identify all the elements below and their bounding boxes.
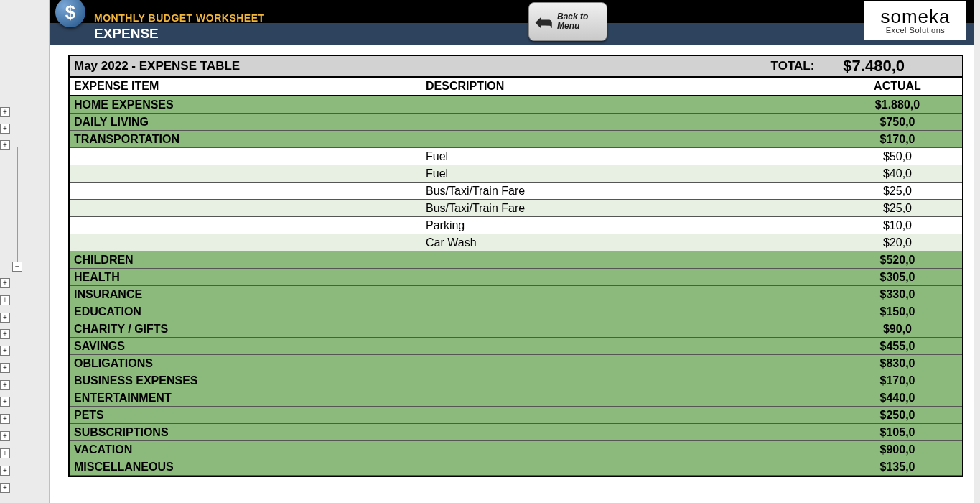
- table-title: May 2022 - EXPENSE TABLE: [70, 59, 771, 73]
- header-item: EXPENSE ITEM: [70, 80, 426, 93]
- cell-actual: $900,0: [833, 443, 962, 456]
- outline-expand-button[interactable]: +: [0, 278, 10, 288]
- cell-actual: $170,0: [833, 133, 962, 146]
- outline-expand-button[interactable]: +: [0, 313, 10, 323]
- category-row[interactable]: BUSINESS EXPENSES$170,0: [70, 372, 962, 389]
- outline-gutter: +++−+++++++++++++: [0, 0, 24, 503]
- outline-expand-button[interactable]: +: [0, 466, 10, 476]
- outline-expand-button[interactable]: +: [0, 448, 10, 458]
- cell-actual: $455,0: [833, 340, 962, 353]
- category-row[interactable]: CHILDREN$520,0: [70, 251, 962, 269]
- cell-actual: $90,0: [833, 323, 962, 336]
- logo-subtext: Excel Solutions: [886, 26, 946, 34]
- detail-row[interactable]: Fuel$40,0: [70, 165, 962, 183]
- cell-item: DAILY LIVING: [70, 116, 426, 129]
- outline-line: [17, 147, 18, 262]
- back-to-menu-button[interactable]: ➦ Back to Menu: [528, 2, 607, 41]
- summary-row: May 2022 - EXPENSE TABLE TOTAL: $7.480,0: [70, 56, 962, 78]
- cell-description: Parking: [426, 219, 833, 232]
- outline-expand-button[interactable]: +: [0, 346, 10, 356]
- category-row[interactable]: ENTERTAINMENT$440,0: [70, 389, 962, 407]
- outline-expand-button[interactable]: +: [0, 295, 10, 305]
- outline-expand-button[interactable]: +: [0, 380, 10, 390]
- total-value: $7.480,0: [843, 57, 962, 75]
- header-description: DESCRIPTION: [426, 80, 833, 93]
- logo-text: someka: [880, 7, 950, 26]
- cell-actual: $135,0: [833, 461, 962, 474]
- category-row[interactable]: DAILY LIVING$750,0: [70, 114, 962, 131]
- outline-expand-button[interactable]: +: [0, 414, 10, 424]
- title-row: MONTHLY BUDGET WORKSHEET: [50, 13, 974, 23]
- cell-actual: $520,0: [833, 254, 962, 267]
- category-row[interactable]: MISCELLANEOUS$135,0: [70, 458, 962, 476]
- category-row[interactable]: PETS$250,0: [70, 407, 962, 424]
- category-row[interactable]: VACATION$900,0: [70, 441, 962, 458]
- cell-actual: $830,0: [833, 357, 962, 370]
- cell-actual: $330,0: [833, 288, 962, 301]
- category-row[interactable]: SUBSCRIPTIONS$105,0: [70, 424, 962, 441]
- outline-expand-button[interactable]: +: [0, 107, 10, 117]
- category-row[interactable]: HEALTH$305,0: [70, 269, 962, 286]
- cell-actual: $25,0: [833, 202, 962, 215]
- cell-item: SUBSCRIPTIONS: [70, 426, 426, 439]
- back-arrow-icon: ➦: [535, 9, 553, 34]
- category-row[interactable]: HOME EXPENSES$1.880,0: [70, 96, 962, 114]
- cell-item: HEALTH: [70, 271, 426, 284]
- detail-row[interactable]: Parking$10,0: [70, 217, 962, 234]
- outline-collapse-button[interactable]: −: [12, 262, 22, 272]
- cell-actual: $305,0: [833, 271, 962, 284]
- outline-expand-button[interactable]: +: [0, 124, 10, 134]
- expense-table: May 2022 - EXPENSE TABLE TOTAL: $7.480,0…: [68, 55, 963, 477]
- outline-expand-button[interactable]: +: [0, 363, 10, 373]
- total-label: TOTAL:: [771, 59, 844, 73]
- outline-expand-button[interactable]: +: [0, 397, 10, 407]
- outline-expand-button[interactable]: +: [0, 483, 10, 493]
- cell-description: Bus/Taxi/Train Fare: [426, 185, 833, 198]
- cell-item: TRANSPORTATION: [70, 133, 426, 146]
- cell-item: BUSINESS EXPENSES: [70, 374, 426, 387]
- cell-item: OBLIGATIONS: [70, 357, 426, 370]
- category-row[interactable]: EDUCATION$150,0: [70, 303, 962, 320]
- cell-description: Car Wash: [426, 236, 833, 249]
- cell-item: HOME EXPENSES: [70, 98, 426, 111]
- category-row[interactable]: TRANSPORTATION$170,0: [70, 131, 962, 148]
- category-row[interactable]: INSURANCE$330,0: [70, 286, 962, 303]
- cell-item: PETS: [70, 409, 426, 422]
- cell-actual: $170,0: [833, 374, 962, 387]
- category-row[interactable]: SAVINGS$455,0: [70, 338, 962, 355]
- someka-logo: someka Excel Solutions: [864, 1, 966, 40]
- cell-actual: $20,0: [833, 236, 962, 249]
- header-actual: ACTUAL: [833, 80, 962, 93]
- header-bar: [50, 0, 974, 13]
- back-label: Back to Menu: [557, 12, 588, 31]
- detail-row[interactable]: Car Wash$20,0: [70, 234, 962, 251]
- cell-item: SAVINGS: [70, 340, 426, 353]
- table-header-row: EXPENSE ITEM DESCRIPTION ACTUAL: [70, 78, 962, 96]
- cell-actual: $25,0: [833, 185, 962, 198]
- category-row[interactable]: OBLIGATIONS$830,0: [70, 355, 962, 372]
- cell-actual: $50,0: [833, 150, 962, 163]
- detail-row[interactable]: Bus/Taxi/Train Fare$25,0: [70, 200, 962, 217]
- cell-item: INSURANCE: [70, 288, 426, 301]
- cell-item: CHARITY / GIFTS: [70, 323, 426, 336]
- detail-row[interactable]: Fuel$50,0: [70, 148, 962, 165]
- cell-actual: $750,0: [833, 116, 962, 129]
- worksheet-subtitle: EXPENSE: [94, 26, 159, 42]
- detail-row[interactable]: Bus/Taxi/Train Fare$25,0: [70, 183, 962, 200]
- cell-item: EDUCATION: [70, 305, 426, 318]
- worksheet-title: MONTHLY BUDGET WORKSHEET: [94, 12, 265, 24]
- cell-item: ENTERTAINMENT: [70, 392, 426, 405]
- cell-description: Bus/Taxi/Train Fare: [426, 202, 833, 215]
- outline-expand-button[interactable]: +: [0, 329, 10, 339]
- subtitle-row: EXPENSE: [50, 23, 974, 45]
- outline-expand-button[interactable]: +: [0, 431, 10, 441]
- cell-actual: $440,0: [833, 392, 962, 405]
- cell-description: Fuel: [426, 167, 833, 180]
- category-row[interactable]: CHARITY / GIFTS$90,0: [70, 320, 962, 338]
- cell-actual: $105,0: [833, 426, 962, 439]
- cell-actual: $40,0: [833, 167, 962, 180]
- cell-actual: $250,0: [833, 409, 962, 422]
- cell-item: VACATION: [70, 443, 426, 456]
- cell-item: MISCELLANEOUS: [70, 461, 426, 474]
- outline-expand-button[interactable]: +: [0, 140, 10, 150]
